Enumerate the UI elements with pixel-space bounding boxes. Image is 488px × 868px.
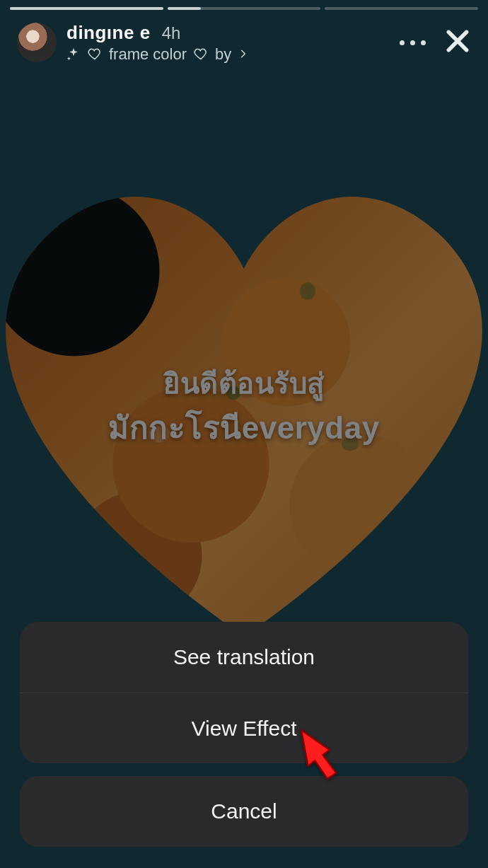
cancel-button[interactable]: Cancel: [20, 776, 468, 847]
action-sheet-group: See translation View Effect: [20, 622, 468, 763]
see-translation-label: See translation: [173, 645, 315, 669]
username-label[interactable]: dingıne e: [66, 21, 151, 45]
cancel-label: Cancel: [211, 799, 277, 823]
heart-outline-icon: [194, 47, 208, 61]
progress-seg: [168, 7, 321, 10]
story-viewer: ยินดีต้อนรับสู่ มักกะโรนีeveryday dingın…: [0, 0, 488, 868]
more-options-button[interactable]: [400, 40, 426, 45]
effect-by-label: by: [215, 45, 231, 64]
timestamp-label: 4h: [162, 23, 181, 44]
heart-outline-icon: [88, 47, 102, 61]
effect-name-label: frame color: [109, 45, 187, 64]
close-button[interactable]: [444, 28, 471, 57]
avatar[interactable]: [17, 23, 57, 62]
progress-seg: [325, 7, 478, 10]
effect-attribution[interactable]: frame color by: [66, 45, 248, 64]
progress-seg: [10, 7, 163, 10]
sparkle-icon: [66, 47, 81, 61]
view-effect-label: View Effect: [192, 717, 297, 741]
story-meta: dingıne e 4h frame color by: [66, 21, 248, 64]
action-sheet-cancel-group: Cancel: [20, 776, 468, 847]
see-translation-button[interactable]: See translation: [20, 622, 468, 693]
action-sheet: See translation View Effect Cancel: [20, 622, 468, 847]
story-progress-bar: [10, 7, 478, 10]
view-effect-button[interactable]: View Effect: [20, 693, 468, 763]
story-header: dingıne e 4h frame color by: [17, 21, 471, 64]
chevron-right-icon: [238, 47, 248, 60]
